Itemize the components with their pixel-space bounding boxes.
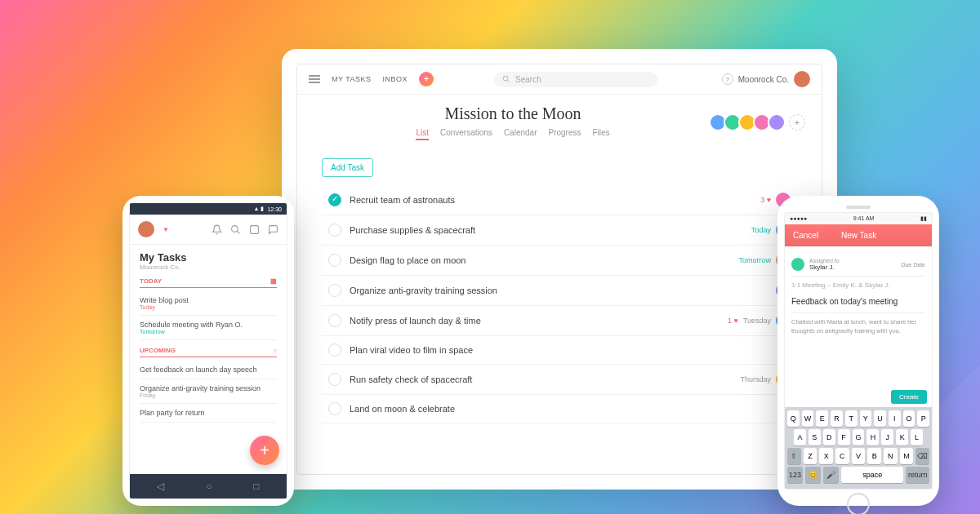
key-Y[interactable]: Y: [860, 410, 872, 427]
key-return[interactable]: return: [906, 467, 929, 483]
key-R[interactable]: R: [831, 410, 843, 427]
key-V[interactable]: V: [852, 448, 866, 464]
key-J[interactable]: J: [881, 429, 893, 445]
search-placeholder: Search: [515, 75, 541, 84]
task-row[interactable]: Organize anti-gravity training session: [322, 276, 797, 306]
task-row[interactable]: Get feedback on launch day speech: [140, 361, 277, 379]
svg-point-0: [503, 76, 508, 81]
task-row[interactable]: Plan viral video to film in space: [322, 336, 797, 365]
assignee-row[interactable]: Assigned to Skylar J. Due Date: [791, 253, 925, 277]
key-U[interactable]: U: [874, 410, 886, 427]
task-title-input[interactable]: Feedback on today's meeting: [791, 294, 925, 313]
recent-icon[interactable]: □: [253, 481, 259, 492]
member-avatar[interactable]: [768, 113, 786, 131]
page-title: My Tasks: [140, 251, 277, 264]
cancel-button[interactable]: Cancel: [793, 231, 818, 240]
key-T[interactable]: T: [845, 410, 858, 427]
key-O[interactable]: O: [903, 410, 915, 427]
section-header: UPCOMING○: [140, 347, 277, 357]
tab-progress[interactable]: Progress: [548, 128, 581, 140]
create-button[interactable]: Create: [891, 390, 927, 404]
task-row[interactable]: Run safety check of spacecraft Thursday: [322, 365, 797, 395]
user-avatar[interactable]: [138, 221, 154, 237]
check-icon[interactable]: [328, 193, 341, 206]
tab-list[interactable]: List: [416, 128, 429, 140]
add-task-button[interactable]: Add Task: [322, 158, 373, 177]
grid-icon[interactable]: [249, 224, 260, 235]
circle-icon: ○: [273, 347, 277, 354]
dropdown-icon[interactable]: ▼: [163, 226, 169, 233]
back-icon[interactable]: ◁: [157, 481, 164, 492]
key-N[interactable]: N: [884, 448, 898, 464]
check-icon[interactable]: [328, 284, 341, 297]
tab-calendar[interactable]: Calendar: [504, 128, 537, 140]
task-row[interactable]: Plan party for return: [140, 404, 277, 423]
user-avatar[interactable]: [794, 71, 810, 87]
fab-add-button[interactable]: +: [250, 436, 279, 465]
key-emoji[interactable]: 😊: [805, 467, 821, 483]
key-K[interactable]: K: [896, 429, 908, 445]
key-del[interactable]: ⌫: [915, 448, 929, 464]
add-member-button[interactable]: +: [789, 114, 805, 131]
chat-icon[interactable]: [268, 224, 278, 235]
key-Z[interactable]: Z: [804, 448, 817, 464]
search-icon[interactable]: [230, 224, 241, 235]
task-row[interactable]: Design flag to place on moon Tomorrow: [322, 246, 797, 276]
key-Q[interactable]: Q: [787, 410, 800, 427]
workspace-name[interactable]: Moonrock Co.: [738, 75, 789, 84]
check-icon[interactable]: [328, 314, 341, 327]
nav-my-tasks[interactable]: MY TASKS: [332, 75, 372, 83]
add-button[interactable]: +: [419, 72, 434, 86]
key-M[interactable]: M: [900, 448, 914, 464]
key-C[interactable]: C: [835, 448, 849, 464]
key-shift[interactable]: ⇧: [787, 448, 801, 464]
check-icon[interactable]: [328, 373, 341, 386]
task-row[interactable]: Recruit team of astronauts 3 ♥: [322, 185, 797, 215]
task-row[interactable]: Organize anti-gravity training sessionFr…: [140, 379, 277, 404]
heart-icon[interactable]: 3 ♥: [760, 196, 771, 204]
home-icon[interactable]: ○: [206, 481, 212, 492]
ios-status-bar: ●●●●●9:41 AM▮▮: [785, 213, 932, 224]
check-icon[interactable]: [328, 402, 341, 415]
assignee-avatar: [791, 258, 804, 271]
tab-conversations[interactable]: Conversations: [440, 128, 492, 140]
check-icon[interactable]: [328, 224, 341, 237]
heart-icon[interactable]: 1 ♥: [728, 317, 738, 325]
screen-title: New Task: [841, 231, 876, 240]
key-I[interactable]: I: [889, 410, 901, 427]
task-name: Purchase supplies & spacecraft: [350, 225, 751, 235]
task-row[interactable]: Write blog postToday: [140, 291, 277, 316]
key-E[interactable]: E: [816, 410, 828, 427]
key-S[interactable]: S: [808, 429, 821, 445]
key-A[interactable]: A: [794, 429, 806, 445]
home-button[interactable]: [847, 493, 870, 514]
key-D[interactable]: D: [823, 429, 835, 445]
key-P[interactable]: P: [917, 410, 929, 427]
task-row[interactable]: Schedule meeting with Ryan O.Tomorrow: [140, 316, 277, 340]
task-row[interactable]: Notify press of launch day & time 1 ♥ Tu…: [322, 306, 797, 336]
due-date-label[interactable]: Due Date: [901, 262, 925, 268]
menu-icon[interactable]: [309, 75, 320, 83]
check-icon[interactable]: [328, 343, 341, 357]
task-row[interactable]: Land on moon & celebrate 2 ♥: [322, 395, 797, 423]
task-description-input[interactable]: Chatted with Maria at lunch, want to sha…: [791, 313, 925, 340]
tab-files[interactable]: Files: [592, 128, 609, 140]
task-row[interactable]: Purchase supplies & spacecraft Today: [322, 215, 797, 246]
key-G[interactable]: G: [853, 429, 865, 445]
check-icon[interactable]: [328, 254, 341, 267]
iphone-device: ●●●●●9:41 AM▮▮ Cancel New Task Assigned …: [777, 196, 939, 506]
key-F[interactable]: F: [838, 429, 850, 445]
key-W[interactable]: W: [802, 410, 814, 427]
key-H[interactable]: H: [866, 429, 879, 445]
bell-icon[interactable]: [212, 224, 222, 235]
key-L[interactable]: L: [911, 429, 923, 445]
key-num[interactable]: 123: [787, 467, 803, 483]
due-date: Tomorrow: [738, 256, 771, 264]
key-X[interactable]: X: [819, 448, 833, 464]
key-mic[interactable]: 🎤: [823, 467, 839, 483]
key-B[interactable]: B: [867, 448, 881, 464]
nav-inbox[interactable]: INBOX: [383, 75, 408, 83]
search-input[interactable]: Search: [494, 72, 657, 87]
help-icon[interactable]: ?: [722, 73, 733, 85]
key-space[interactable]: space: [841, 467, 903, 483]
